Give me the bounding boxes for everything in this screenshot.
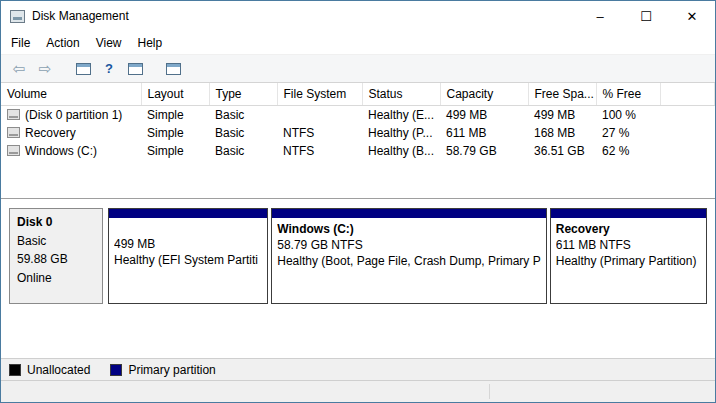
menu-bar: File Action View Help [1, 31, 715, 55]
minimize-button[interactable]: – [577, 1, 623, 31]
forward-button[interactable]: ⇨ [33, 58, 57, 80]
unallocated-swatch [9, 364, 21, 376]
cell-file-system: NTFS [277, 124, 362, 142]
app-icon [10, 10, 25, 23]
column-header-file-system[interactable]: File System [277, 83, 362, 105]
title-bar: Disk Management – ☐ ✕ [1, 1, 715, 31]
cell-type: Basic [209, 124, 277, 142]
partition-status: Healthy (EFI System Partiti [114, 252, 262, 268]
console-tree-icon [76, 63, 91, 75]
partition-recovery[interactable]: Recovery 611 MB NTFS Healthy (Primary Pa… [550, 208, 707, 304]
cell-status: Healthy (B... [362, 142, 440, 160]
cell-pct-free: 27 % [596, 124, 660, 142]
help-button[interactable]: ? [97, 58, 121, 80]
column-header-status[interactable]: Status [362, 83, 440, 105]
legend-label: Unallocated [27, 363, 90, 377]
cell-pct-free: 100 % [596, 105, 660, 124]
legend-item-unallocated: Unallocated [9, 363, 90, 377]
cell-capacity: 611 MB [440, 124, 528, 142]
disk-name: Disk 0 [17, 213, 95, 232]
help-icon: ? [105, 61, 113, 76]
menu-action[interactable]: Action [38, 32, 87, 54]
partition-status: Healthy (Boot, Page File, Crash Dump, Pr… [277, 253, 540, 269]
maximize-button[interactable]: ☐ [623, 1, 669, 31]
disk-type: Basic [17, 232, 95, 251]
cell-status: Healthy (P... [362, 124, 440, 142]
menu-file[interactable]: File [3, 32, 38, 54]
cell-pct-free: 62 % [596, 142, 660, 160]
cell-free-space: 36.51 GB [528, 142, 596, 160]
partition-color-band [551, 209, 706, 218]
disk-management-window: Disk Management – ☐ ✕ File Action View H… [0, 0, 716, 403]
volume-icon [7, 127, 20, 138]
partition-strip: 499 MB Healthy (EFI System Partiti Windo… [108, 208, 707, 304]
partition-color-band [109, 209, 267, 218]
partition-title: Recovery [556, 221, 701, 237]
volume-name: Windows (C:) [25, 144, 97, 158]
cell-free-space: 168 MB [528, 124, 596, 142]
properties-button[interactable] [123, 58, 147, 80]
volume-table: Volume Layout Type File System Status Ca… [1, 83, 715, 160]
volume-name: (Disk 0 partition 1) [25, 108, 122, 122]
toolbar: ⇦ ⇨ ? [1, 55, 715, 83]
partition-status: Healthy (Primary Partition) [556, 253, 701, 269]
window-title: Disk Management [32, 9, 129, 23]
partition-efi[interactable]: 499 MB Healthy (EFI System Partiti [108, 208, 268, 304]
legend-bar: Unallocated Primary partition [1, 358, 715, 380]
column-header-pct-free[interactable]: % Free [596, 83, 660, 105]
primary-partition-swatch [110, 364, 122, 376]
partition-title: Windows (C:) [277, 221, 540, 237]
legend-label: Primary partition [128, 363, 215, 377]
partition-size: 499 MB [114, 236, 262, 252]
column-header-filler [660, 83, 715, 105]
cell-status: Healthy (E... [362, 105, 440, 124]
partition-size: 58.79 GB NTFS [277, 237, 540, 253]
partition-windows-c[interactable]: Windows (C:) 58.79 GB NTFS Healthy (Boot… [271, 208, 546, 304]
volume-name: Recovery [25, 126, 76, 140]
graphical-view-pane: Disk 0 Basic 59.88 GB Online 499 MB Heal… [1, 199, 715, 358]
disk-status: Online [17, 269, 95, 288]
disk0-header[interactable]: Disk 0 Basic 59.88 GB Online [9, 208, 103, 304]
cell-free-space: 499 MB [528, 105, 596, 124]
volume-icon [7, 109, 20, 120]
show-console-tree-button[interactable] [71, 58, 95, 80]
cell-layout: Simple [141, 142, 209, 160]
back-icon: ⇦ [13, 61, 26, 76]
column-header-type[interactable]: Type [209, 83, 277, 105]
legend-item-primary-partition: Primary partition [110, 363, 215, 377]
properties-icon [128, 63, 143, 75]
forward-icon: ⇨ [39, 61, 52, 76]
menu-help[interactable]: Help [130, 32, 171, 54]
cell-capacity: 58.79 GB [440, 142, 528, 160]
volume-icon [7, 145, 20, 156]
cell-type: Basic [209, 105, 277, 124]
partition-color-band [272, 209, 545, 218]
window-controls: – ☐ ✕ [577, 1, 715, 31]
status-bar [1, 380, 715, 402]
view-options-button[interactable] [161, 58, 185, 80]
partition-size: 611 MB NTFS [556, 237, 701, 253]
cell-file-system: NTFS [277, 142, 362, 160]
column-header-free-space[interactable]: Free Spa... [528, 83, 596, 105]
table-header-row: Volume Layout Type File System Status Ca… [1, 83, 715, 105]
cell-file-system [277, 105, 362, 124]
table-row[interactable]: Windows (C:) Simple Basic NTFS Healthy (… [1, 142, 715, 160]
cell-type: Basic [209, 142, 277, 160]
column-header-capacity[interactable]: Capacity [440, 83, 528, 105]
close-button[interactable]: ✕ [669, 1, 715, 31]
table-row[interactable]: (Disk 0 partition 1) Simple Basic Health… [1, 105, 715, 124]
cell-capacity: 499 MB [440, 105, 528, 124]
table-row[interactable]: Recovery Simple Basic NTFS Healthy (P...… [1, 124, 715, 142]
volume-list-pane: Volume Layout Type File System Status Ca… [1, 83, 715, 199]
cell-layout: Simple [141, 105, 209, 124]
disk0-row: Disk 0 Basic 59.88 GB Online 499 MB Heal… [9, 208, 707, 304]
menu-view[interactable]: View [88, 32, 130, 54]
status-bar-separator [489, 384, 490, 399]
cell-layout: Simple [141, 124, 209, 142]
column-header-layout[interactable]: Layout [141, 83, 209, 105]
disk-size: 59.88 GB [17, 250, 95, 269]
view-options-icon [166, 63, 181, 75]
partition-title [114, 221, 262, 236]
column-header-volume[interactable]: Volume [1, 83, 141, 105]
back-button[interactable]: ⇦ [7, 58, 31, 80]
